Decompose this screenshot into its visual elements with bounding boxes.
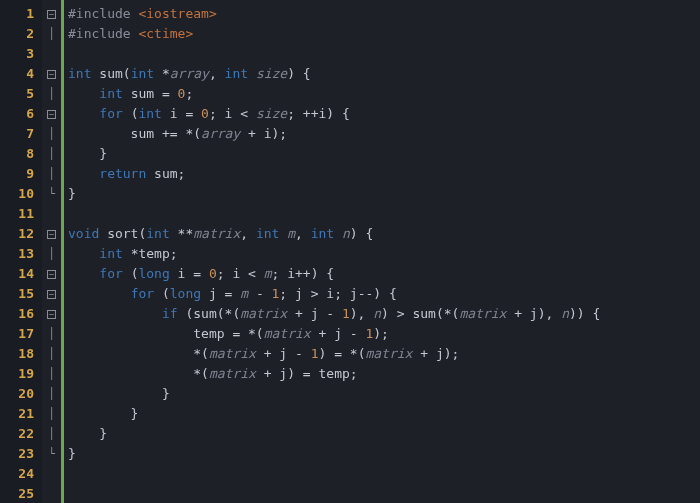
- token: >: [311, 286, 327, 301]
- token: void: [68, 226, 107, 241]
- code-line[interactable]: int sum(int *array, int size) {: [68, 64, 700, 84]
- token: ),: [350, 306, 373, 321]
- token: ;: [350, 366, 358, 381]
- code-line[interactable]: *(matrix + j - 1) = *(matrix + j);: [68, 344, 700, 364]
- code-line[interactable]: for (long j = m - 1; j > i; j--) {: [68, 284, 700, 304]
- code-line[interactable]: sum += *(array + i);: [68, 124, 700, 144]
- fold-toggle-icon[interactable]: −: [47, 290, 56, 299]
- code-line[interactable]: }: [68, 184, 700, 204]
- token: int: [256, 226, 287, 241]
- token: = *: [334, 346, 357, 361]
- line-number: 21: [0, 404, 42, 424]
- token: array: [201, 126, 240, 141]
- code-line[interactable]: for (long i = 0; i < m; i++) {: [68, 264, 700, 284]
- token: +: [264, 366, 280, 381]
- line-number: 8: [0, 144, 42, 164]
- fold-cell: [42, 484, 61, 503]
- fold-guide-icon: │: [48, 367, 55, 380]
- line-number: 2: [0, 24, 42, 44]
- token: *: [162, 66, 170, 81]
- token: i: [178, 266, 194, 281]
- code-line[interactable]: }: [68, 424, 700, 444]
- fold-toggle-icon[interactable]: −: [47, 230, 56, 239]
- fold-toggle-icon[interactable]: −: [47, 310, 56, 319]
- token: +: [248, 126, 264, 141]
- code-line[interactable]: for (int i = 0; i < size; ++i) {: [68, 104, 700, 124]
- token: <: [240, 106, 256, 121]
- code-line[interactable]: if (sum(*(matrix + j - 1), n) > sum(*(ma…: [68, 304, 700, 324]
- code-line[interactable]: *(matrix + j) = temp;: [68, 364, 700, 384]
- token: >: [397, 306, 413, 321]
- token: }: [68, 406, 138, 421]
- code-line[interactable]: int *temp;: [68, 244, 700, 264]
- fold-column[interactable]: −│−│−│││└−│−−−││││││└: [42, 0, 64, 503]
- fold-cell: [42, 204, 61, 224]
- token: (: [436, 306, 444, 321]
- fold-cell: └: [42, 184, 61, 204]
- code-line[interactable]: [68, 44, 700, 64]
- code-line[interactable]: #include <ctime>: [68, 24, 700, 44]
- code-area[interactable]: #include <iostream>#include <ctime>int s…: [64, 0, 700, 503]
- code-line[interactable]: }: [68, 384, 700, 404]
- token: <: [248, 266, 264, 281]
- code-line[interactable]: return sum;: [68, 164, 700, 184]
- token: #include: [68, 6, 138, 21]
- fold-toggle-icon[interactable]: −: [47, 270, 56, 279]
- token: matrix: [193, 226, 240, 241]
- line-number: 6: [0, 104, 42, 124]
- code-line[interactable]: void sort(int **matrix, int m, int n) {: [68, 224, 700, 244]
- token: ;: [217, 266, 233, 281]
- token: j: [350, 286, 358, 301]
- token: m: [287, 226, 295, 241]
- token: -: [256, 286, 272, 301]
- fold-cell[interactable]: −: [42, 64, 61, 84]
- line-number: 16: [0, 304, 42, 324]
- code-line[interactable]: [68, 484, 700, 503]
- fold-toggle-icon[interactable]: −: [47, 70, 56, 79]
- token: <iostream>: [138, 6, 216, 21]
- token: +: [264, 346, 280, 361]
- code-line[interactable]: [68, 464, 700, 484]
- code-line[interactable]: [68, 204, 700, 224]
- code-line[interactable]: #include <iostream>: [68, 4, 700, 24]
- fold-cell: │: [42, 404, 61, 424]
- token: );: [272, 126, 288, 141]
- token: matrix: [459, 306, 506, 321]
- code-line[interactable]: }: [68, 144, 700, 164]
- line-number: 23: [0, 444, 42, 464]
- token: temp: [318, 366, 349, 381]
- token: ) {: [350, 226, 373, 241]
- code-line[interactable]: }: [68, 444, 700, 464]
- token: i: [264, 126, 272, 141]
- line-number: 10: [0, 184, 42, 204]
- line-number: 3: [0, 44, 42, 64]
- fold-cell[interactable]: −: [42, 104, 61, 124]
- code-editor[interactable]: 1234567891011121314151617181920212223242…: [0, 0, 700, 503]
- fold-cell[interactable]: −: [42, 224, 61, 244]
- token: j: [209, 286, 225, 301]
- token: sum: [99, 66, 122, 81]
- token: [68, 286, 131, 301]
- fold-cell[interactable]: −: [42, 284, 61, 304]
- token: += *: [162, 126, 193, 141]
- code-line[interactable]: int sum = 0;: [68, 84, 700, 104]
- fold-guide-icon: │: [48, 167, 55, 180]
- code-line[interactable]: }: [68, 404, 700, 424]
- fold-cell[interactable]: −: [42, 4, 61, 24]
- token: sum: [68, 126, 162, 141]
- token: sum: [193, 306, 216, 321]
- token: +: [295, 306, 311, 321]
- token: =: [185, 106, 201, 121]
- fold-cell[interactable]: −: [42, 264, 61, 284]
- token: matrix: [209, 346, 256, 361]
- token: temp: [138, 246, 169, 261]
- token: temp: [68, 326, 232, 341]
- token: matrix: [365, 346, 412, 361]
- token: [506, 306, 514, 321]
- fold-toggle-icon[interactable]: −: [47, 110, 56, 119]
- fold-cell[interactable]: −: [42, 304, 61, 324]
- token: }: [68, 146, 107, 161]
- code-line[interactable]: temp = *(matrix + j - 1);: [68, 324, 700, 344]
- token: *: [193, 366, 201, 381]
- fold-toggle-icon[interactable]: −: [47, 10, 56, 19]
